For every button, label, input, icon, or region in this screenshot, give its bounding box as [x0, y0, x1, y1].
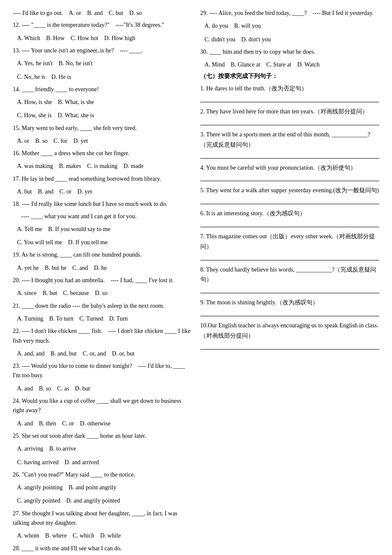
q16: 16. Mother ____ a dress when she cut her…	[13, 149, 192, 158]
q20-options: A. since B. but C. because D. so	[17, 288, 192, 298]
t8: 8. They could hardly believe his words, …	[200, 265, 379, 294]
q24-options: A. and B. then C. or D. otherwise	[17, 418, 192, 429]
t6: 6. It is an interesting story.（改为感叹句）	[200, 208, 379, 227]
q27-options: A. whom B. where C. which D. while	[17, 530, 192, 541]
q13: 13. ---- Your uncle isn't an engineer, i…	[13, 46, 192, 55]
q29-options-2: C. didn't you D. don't you	[205, 34, 379, 45]
q17-options: A. but B. and C. or D. yet	[17, 186, 192, 197]
t1: 1. He dares to tell the truth.（改为否定句）	[200, 84, 379, 102]
q12: 12. ---- "____ is the temperature today?…	[13, 20, 192, 30]
q20: 20. ---- I thought you had an umbrella. …	[13, 276, 192, 285]
q23-options: A. and B. so C. as D. but	[17, 383, 192, 394]
q14: 14. ____ friendly ____ to everyone!	[13, 85, 192, 94]
q22: 22. ---- I don't like chicken ____ fish.…	[13, 327, 192, 346]
t2-answer-line	[200, 118, 379, 125]
q30: 30. ____ him and then try to copy what h…	[200, 47, 379, 57]
q21: 21. ____ down the radio ---- the baby's …	[13, 301, 192, 311]
q16-options: A. was making B. makes C. is making D. m…	[17, 161, 192, 171]
q-intro: ---- I'd like to go out. A. or B. and C.…	[13, 9, 192, 18]
t9-answer-line	[200, 309, 379, 316]
q14-options-2: C. How, she is D. What, she is	[17, 110, 192, 121]
t4: 4. You must be careful with your pronunc…	[200, 163, 379, 182]
t3: 3. There will be a sports meet at the en…	[200, 130, 379, 159]
t5-answer-line	[200, 197, 379, 204]
q14-options-1: A. How, is she B. What, is she	[17, 97, 192, 107]
q23: 23. ---- Would you like to come to dinne…	[13, 361, 192, 381]
q26: 26. "Can't you read?" Mary said ____ to …	[13, 470, 192, 480]
t6-answer-line	[200, 220, 379, 227]
section7-title: （七）按要求完成下列句子：	[200, 72, 379, 80]
t1-answer-line	[200, 95, 379, 102]
q18-options-2: C. You will tell me D. If you tell me	[17, 237, 192, 248]
t2: 2. They have lived here for more than te…	[200, 107, 379, 125]
q17: 17. He lay in bed ____ read something bo…	[13, 174, 192, 184]
q24: 24. Would you like a cup of coffee ____ …	[13, 396, 192, 416]
q25-options-1: A. arriving B. to arrive	[17, 443, 192, 454]
q25-options-2: C. having arrived D. and arrived	[17, 457, 192, 468]
t4-answer-line	[200, 173, 379, 181]
t3-answer-line	[200, 151, 379, 159]
q28: 28. ____ it with me and I'll see what I …	[13, 544, 192, 553]
q25: 25. She set out soon after dark ____ hom…	[13, 431, 192, 441]
t8-answer-line	[200, 286, 379, 293]
t7: 7. This magazine comes out（出版）every othe…	[200, 231, 379, 260]
t10-answer-line	[200, 342, 379, 350]
q26-options-2: C. angrily pointed D. and angrily pointe…	[17, 495, 192, 506]
left-column: ---- I'd like to go out. A. or B. and C.…	[13, 9, 192, 555]
q12-options: A. Which B. How C. How hot D. How high	[17, 33, 192, 43]
q15: 15. Mary went to bed early, ____ she fel…	[13, 124, 192, 133]
q22-options: A. and, and B. and, but C. or, and D. or…	[17, 348, 192, 359]
t9: 9. The moon is shining brightly.（改为感叹句）	[200, 298, 379, 316]
q29-options-1: A. do you B. will you	[205, 20, 379, 31]
q21-options: A. Turning B. To turn C. Turned D. Turn	[17, 313, 192, 324]
q13-options-2: C. No, he is D. He is	[17, 72, 192, 82]
q15-options: A. or B. so C. for D. yet	[17, 136, 192, 146]
q18-sub: ---- ____ what you want and I can get it…	[21, 212, 192, 221]
q29: 29. ---- Alice, you feed the bird today,…	[200, 9, 379, 18]
t5: 5. They went for a walk after supper yes…	[200, 185, 379, 204]
q27: 27. She thought I was talking about her …	[13, 509, 192, 528]
q19: 19. As he is strong, ____ can lift one h…	[13, 250, 192, 260]
q18: 18. ---- I'd really like some lunch but …	[13, 199, 192, 209]
q30-options: A. Mind B. Glance at C. Stare at D. Watc…	[205, 59, 379, 70]
right-column: 29. ---- Alice, you feed the bird today,…	[200, 9, 379, 555]
q19-options: A. yet he B. but he C. and D. he	[17, 263, 192, 273]
q13-options-1: A. Yes, he isn't B. No, he isn't	[17, 58, 192, 69]
q26-options-1: A. angrily pointing B. and point angrily	[17, 482, 192, 493]
t10: 10.Our English teacher is always encoura…	[200, 321, 379, 350]
q18-options-1: A. Tell me B. If you would say to me	[17, 224, 192, 234]
t7-answer-line	[200, 253, 379, 260]
page: ---- I'd like to go out. A. or B. and C.…	[0, 0, 392, 555]
